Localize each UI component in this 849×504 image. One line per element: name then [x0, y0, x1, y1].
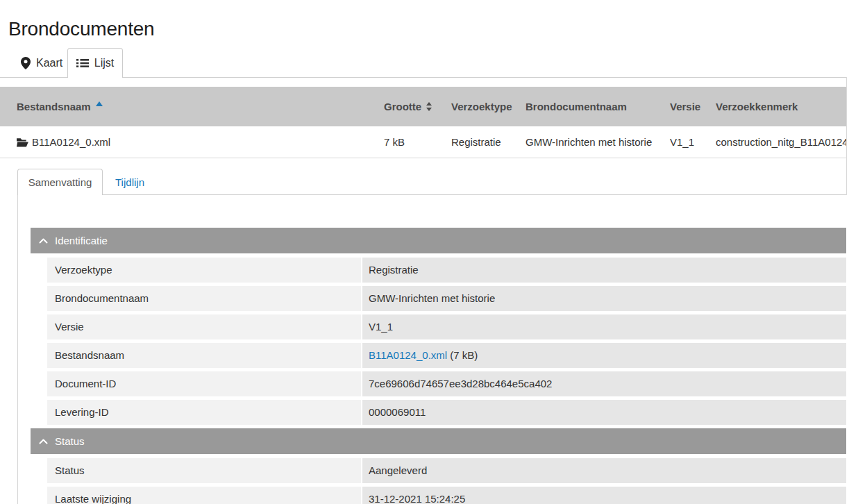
section-title: Identificatie: [55, 235, 108, 246]
tab-tijdlijn-label: Tijdlijn: [115, 176, 144, 188]
cell-bestandsnaam: B11A0124_0.xml: [32, 126, 110, 158]
tab-lijst-label: Lijst: [94, 57, 114, 69]
documents-table-header: Bestandsnaam Grootte Verzoektype Brondoc…: [0, 87, 846, 126]
sort-icon: [426, 102, 432, 111]
cell-grootte: 7 kB: [384, 126, 405, 158]
detail-row-laatste-wijziging: Laatste wijziging 31-12-2021 15:24:25: [47, 487, 846, 504]
detail-sections: Identificatie Verzoektype Registratie Br…: [31, 228, 846, 504]
chevron-up-icon: [39, 238, 48, 244]
sort-ascending-icon: [96, 101, 103, 106]
column-label: Verzoektype: [451, 101, 512, 112]
tab-tijdlijn[interactable]: Tijdlijn: [103, 169, 157, 195]
detail-label: Brondocumentnaam: [47, 286, 361, 311]
column-header-verzoekkenmerk: Verzoekkenmerk: [716, 87, 798, 126]
detail-row-bestandsnaam: Bestandsnaam B11A0124_0.xml (7 kB): [47, 343, 846, 368]
file-download-link[interactable]: B11A0124_0.xml: [369, 349, 447, 361]
detail-value: 31-12-2021 15:24:25: [362, 487, 846, 504]
tab-samenvatting[interactable]: Samenvatting: [17, 169, 103, 195]
detail-row-verzoektype: Verzoektype Registratie: [47, 258, 846, 283]
section-header-identificatie[interactable]: Identificatie: [31, 228, 846, 253]
detail-value: 0000069011: [362, 400, 846, 425]
cell-verzoektype: Registratie: [451, 126, 501, 158]
column-label: Verzoekkenmerk: [716, 101, 798, 112]
tab-lijst[interactable]: Lijst: [67, 48, 123, 78]
detail-row-status: Status Aangeleverd: [47, 458, 846, 483]
table-right-border: [846, 77, 847, 195]
list-icon: [76, 58, 89, 68]
detail-row-levering-id: Levering-ID 0000069011: [47, 400, 846, 425]
chevron-up-icon: [39, 439, 48, 444]
detail-label: Status: [47, 458, 361, 483]
column-header-versie: Versie: [670, 87, 700, 126]
detail-value: B11A0124_0.xml (7 kB): [362, 343, 846, 368]
detail-panel-left-border: [17, 195, 18, 504]
document-table-row[interactable]: B11A0124_0.xml 7 kB Registratie GMW-Inri…: [0, 126, 846, 158]
file-size-suffix: (7 kB): [447, 349, 478, 361]
detail-label: Levering-ID: [47, 400, 361, 425]
column-label: Bestandsnaam: [17, 101, 91, 112]
detail-label: Laatste wijziging: [47, 487, 361, 504]
cell-verzoekkenmerk: construction_nitg_B11A0124: [716, 126, 846, 158]
column-header-verzoektype: Verzoektype: [451, 87, 512, 126]
status-rows: Status Aangeleverd Laatste wijziging 31-…: [47, 458, 846, 504]
detail-value: V1_1: [362, 314, 846, 339]
column-header-bestandsnaam[interactable]: Bestandsnaam: [17, 87, 103, 126]
tab-kaart-label: Kaart: [36, 57, 62, 69]
detail-label: Bestandsnaam: [47, 343, 361, 368]
detail-value: GMW-Inrichten met historie: [362, 286, 846, 311]
column-label: Brondocumentnaam: [526, 101, 627, 112]
detail-label: Document-ID: [47, 371, 361, 396]
section-header-status[interactable]: Status: [31, 428, 846, 454]
column-header-brondocumentnaam: Brondocumentnaam: [526, 87, 627, 126]
identificatie-rows: Verzoektype Registratie Brondocumentnaam…: [47, 258, 846, 425]
column-header-grootte[interactable]: Grootte: [384, 87, 432, 126]
detail-row-brondocumentnaam: Brondocumentnaam GMW-Inrichten met histo…: [47, 286, 846, 311]
column-label: Grootte: [384, 101, 421, 112]
tab-samenvatting-label: Samenvatting: [28, 176, 92, 188]
page-title: Brondocumenten: [8, 18, 154, 40]
column-label: Versie: [670, 101, 700, 112]
cell-brondocumentnaam: GMW-Inrichten met historie: [526, 126, 652, 158]
detail-row-document-id: Document-ID 7ce69606d74657ee3d28bc464e5c…: [47, 371, 846, 396]
section-title: Status: [55, 435, 85, 447]
folder-icon: [17, 126, 28, 158]
detail-value: Registratie: [362, 258, 846, 283]
map-pin-icon: [21, 57, 31, 69]
detail-row-versie: Versie V1_1: [47, 314, 846, 339]
brondocumenten-page: Brondocumenten Kaart Lijst Bestandsnaam: [0, 0, 849, 504]
view-tabs-divider: [0, 77, 846, 78]
detail-value: Aangeleverd: [362, 458, 846, 483]
detail-label: Versie: [47, 314, 361, 339]
detail-value: 7ce69606d74657ee3d28bc464e5ca402: [362, 371, 846, 396]
detail-label: Verzoektype: [47, 258, 361, 283]
cell-versie: V1_1: [670, 126, 694, 158]
tab-kaart[interactable]: Kaart: [21, 48, 62, 78]
